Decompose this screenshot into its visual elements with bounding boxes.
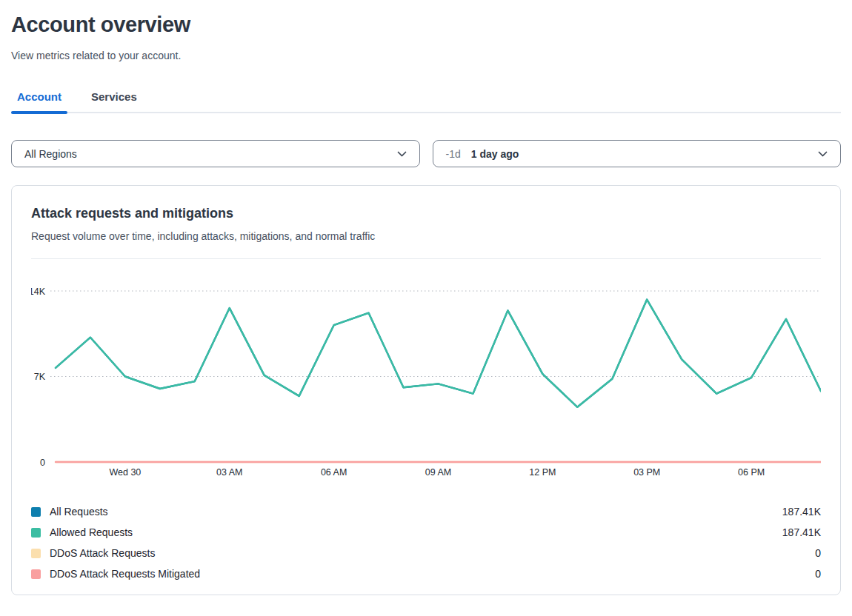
x-axis-label: 12 PM xyxy=(529,467,556,478)
x-axis-label: 09 AM xyxy=(425,467,451,478)
legend-value: 187.41K xyxy=(782,526,821,538)
time-range-shortcode: -1d xyxy=(446,148,461,160)
legend-swatch-icon xyxy=(31,549,41,558)
tab-services-label: Services xyxy=(91,90,137,103)
series-line-all-requests xyxy=(56,300,821,407)
x-axis-label: Wed 30 xyxy=(109,467,141,478)
legend-swatch-icon xyxy=(31,528,41,538)
legend-item: Allowed Requests187.41K xyxy=(31,522,821,543)
chevron-down-icon xyxy=(397,151,407,157)
legend-label: DDoS Attack Requests Mitigated xyxy=(50,568,200,580)
legend-label: DDoS Attack Requests xyxy=(50,547,155,559)
legend-swatch-icon xyxy=(31,507,41,517)
tab-services[interactable]: Services xyxy=(85,83,143,112)
tab-account-label: Account xyxy=(17,90,61,103)
legend-value: 0 xyxy=(815,547,821,559)
legend-item: All Requests187.41K xyxy=(31,501,821,522)
time-range-value: 1 day ago xyxy=(471,148,519,160)
legend-value: 187.41K xyxy=(782,506,821,518)
x-axis-label: 06 PM xyxy=(738,467,765,478)
card-divider xyxy=(31,258,821,259)
region-select-value: All Regions xyxy=(24,148,77,160)
x-axis-label: 03 PM xyxy=(633,467,660,478)
tab-bar: Account Services xyxy=(11,83,841,113)
series-line-allowed-requests xyxy=(56,300,821,407)
page-subtitle: View metrics related to your account. xyxy=(11,50,841,61)
chart-card: Attack requests and mitigations Request … xyxy=(11,185,841,595)
x-axis-label: 03 AM xyxy=(216,467,242,478)
region-select[interactable]: All Regions xyxy=(11,140,420,167)
y-axis-label: 0 xyxy=(40,458,45,468)
legend-item: DDoS Attack Requests Mitigated0 xyxy=(31,563,821,584)
chevron-down-icon xyxy=(818,151,828,157)
chart-card-title: Attack requests and mitigations xyxy=(31,206,821,221)
requests-chart-svg: 07K14KWed 3003 AM06 AM09 AM12 PM03 PM06 … xyxy=(31,280,821,483)
page-title: Account overview xyxy=(11,12,841,37)
y-axis-label: 7K xyxy=(34,372,46,382)
legend-label: All Requests xyxy=(50,506,108,518)
requests-chart: 07K14KWed 3003 AM06 AM09 AM12 PM03 PM06 … xyxy=(31,280,821,483)
legend-label: Allowed Requests xyxy=(50,526,133,538)
legend-swatch-icon xyxy=(31,569,41,579)
tab-account[interactable]: Account xyxy=(11,83,67,112)
time-range-select[interactable]: -1d 1 day ago xyxy=(433,140,842,167)
y-axis-label: 14K xyxy=(31,287,46,297)
legend-item: DDoS Attack Requests0 xyxy=(31,543,821,563)
chart-legend: All Requests187.41KAllowed Requests187.4… xyxy=(31,501,821,584)
x-axis-label: 06 AM xyxy=(321,467,347,478)
chart-card-subtitle: Request volume over time, including atta… xyxy=(31,230,821,242)
filter-bar: All Regions -1d 1 day ago xyxy=(11,140,841,167)
legend-value: 0 xyxy=(815,568,821,580)
page: Account overview View metrics related to… xyxy=(0,12,852,595)
